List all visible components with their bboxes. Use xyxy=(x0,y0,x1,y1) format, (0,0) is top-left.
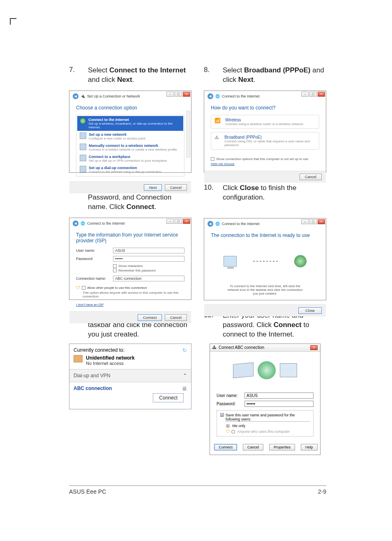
abc-connection-item[interactable]: ABC connection xyxy=(74,385,112,391)
ready-illustration xyxy=(211,245,319,278)
option-new-network[interactable]: Set up a new networkConfigure a new rout… xyxy=(77,131,183,142)
minimize-button[interactable]: – xyxy=(301,219,309,224)
chevron-up-icon[interactable]: ⌃ xyxy=(183,373,187,378)
next-button[interactable]: Next xyxy=(144,184,162,191)
globe-icon: 🌐 xyxy=(215,94,220,98)
globe-icon: 🌐 xyxy=(215,222,220,226)
maximize-button[interactable]: ▢ xyxy=(309,92,317,97)
dialog-connect-abc: 🖧 Connect ABC connection ✕ User name: AS… xyxy=(210,344,321,455)
show-characters-checkbox[interactable] xyxy=(113,264,117,268)
dialog-setup-connection: – ▢ ✕ ◄ 🔌 Set Up a Connection or Network… xyxy=(69,91,191,173)
scrollbar[interactable] xyxy=(186,111,190,158)
option-connect-internet[interactable]: Connect to the InternetSet up a wireless… xyxy=(77,116,183,131)
maximize-button[interactable]: ▢ xyxy=(309,219,317,224)
dialog-heading: Choose a connection option xyxy=(76,105,184,111)
cancel-button[interactable]: Cancel xyxy=(243,444,263,450)
help-me-choose-link[interactable]: Help me choose xyxy=(211,162,235,166)
unidentified-network-label: Unidentified network xyxy=(86,355,135,361)
option-manual-wireless[interactable]: Manually connect to a wireless networkCo… xyxy=(77,142,183,153)
globe-icon xyxy=(294,255,307,267)
connect-button[interactable]: Connect xyxy=(153,393,184,402)
option-dialup[interactable]: Set up a dial-up connectionConnect to th… xyxy=(77,164,183,175)
pc-icon xyxy=(224,256,237,267)
option-wireless[interactable]: WirelessConnect using a wireless router … xyxy=(211,115,319,129)
bench-icon xyxy=(74,355,83,362)
close-button[interactable]: ✕ xyxy=(183,219,190,224)
username-input[interactable]: ASUS xyxy=(244,392,314,399)
laptop-icon xyxy=(233,362,254,378)
maximize-button[interactable]: ▢ xyxy=(175,92,182,97)
allow-others-checkbox[interactable] xyxy=(82,286,85,290)
remember-password-checkbox[interactable] xyxy=(113,269,117,272)
save-credentials-label: Save this user name and password for the… xyxy=(226,413,310,422)
show-characters-label: Show characters xyxy=(118,264,143,268)
cancel-button[interactable]: Cancel xyxy=(165,184,187,191)
username-input[interactable]: ASUS xyxy=(113,248,184,253)
me-only-label: Me only xyxy=(233,424,246,428)
connect-button[interactable]: Connect xyxy=(138,314,162,321)
dialog-heading: Type the information from your Internet … xyxy=(76,232,184,244)
minimize-button[interactable]: – xyxy=(166,219,174,224)
dialog-heading: The connection to the Internet is ready … xyxy=(211,232,319,238)
network-icon: 🔌 xyxy=(81,94,85,98)
back-icon[interactable]: ◄ xyxy=(73,221,78,226)
minimize-button[interactable]: – xyxy=(301,92,309,97)
cancel-button[interactable]: Cancel xyxy=(300,174,322,180)
allow-others-note: This option allows anyone with access to… xyxy=(83,291,184,298)
wifi-icon xyxy=(214,118,222,123)
close-button[interactable]: Close xyxy=(298,307,322,314)
password-input[interactable]: •••••• xyxy=(113,256,184,262)
close-button[interactable]: ✕ xyxy=(318,92,325,97)
dialup-icon xyxy=(80,166,86,172)
me-only-radio[interactable] xyxy=(226,424,230,428)
help-button[interactable]: Help xyxy=(301,444,318,450)
refresh-icon[interactable]: ↻ xyxy=(182,347,187,353)
network-flyout: Currently connected to: ↻ Unidentified n… xyxy=(69,344,191,409)
cancel-button[interactable]: Cancel xyxy=(165,314,187,321)
close-button[interactable]: ✕ xyxy=(310,345,318,350)
dialog-heading: How do you want to connect? xyxy=(211,105,319,111)
connection-line-icon xyxy=(253,261,278,262)
show-options-checkbox[interactable] xyxy=(211,157,214,161)
step-10-number: 10. xyxy=(204,183,223,202)
connect-illustration xyxy=(210,352,320,389)
workplace-icon xyxy=(80,155,86,161)
anyone-radio[interactable] xyxy=(231,430,235,434)
option-list: Connect to the InternetSet up a wireless… xyxy=(76,115,184,176)
anyone-label: Anyone who uses this computer xyxy=(238,430,290,434)
dialog-ready: – ▢ ✕ ◄ 🌐 Connect to the Internet The co… xyxy=(204,218,326,300)
allow-others-label: Allow other people to use this connectio… xyxy=(87,286,147,290)
ready-note: To connect to the Internet next time, le… xyxy=(211,284,319,300)
network-icon: 🖧 xyxy=(212,345,217,350)
option-broadband-pppoe[interactable]: Broadband (PPPoE)Connect using DSL or ca… xyxy=(211,132,319,150)
connect-button[interactable]: Connect xyxy=(214,444,237,450)
back-icon[interactable]: ◄ xyxy=(208,221,213,227)
dsl-icon xyxy=(214,135,221,141)
back-icon[interactable]: ◄ xyxy=(208,93,213,99)
wireless-icon xyxy=(80,144,86,150)
save-credentials-checkbox[interactable]: ✓ xyxy=(220,413,224,417)
no-isp-link[interactable]: I don't have an ISP xyxy=(76,303,104,306)
properties-button[interactable]: Properties xyxy=(269,444,295,450)
dialog-title: Connect to the Internet xyxy=(87,221,125,225)
no-internet-label: No Internet access xyxy=(86,361,135,366)
connection-name-input[interactable]: ABC connection xyxy=(113,276,184,281)
username-label: User name: xyxy=(76,248,113,253)
option-workplace[interactable]: Connect to a workplaceSet up a dial-up o… xyxy=(77,153,183,164)
dialog-title: Connect ABC connection xyxy=(219,345,264,350)
minimize-button[interactable]: – xyxy=(166,92,174,97)
password-label: Password: xyxy=(76,257,113,261)
back-icon[interactable]: ◄ xyxy=(73,93,78,99)
step-10-text: Click Close to finish the configuration. xyxy=(223,183,326,202)
globe-icon xyxy=(80,118,86,124)
maximize-button[interactable]: ▢ xyxy=(175,219,182,224)
page-footer: ASUS Eee PC 2-9 xyxy=(69,485,326,495)
globe-icon xyxy=(258,361,276,379)
modem-icon: 🖥 xyxy=(182,385,187,392)
password-input[interactable]: •••••• xyxy=(244,401,314,407)
currently-connected-label: Currently connected to: xyxy=(74,347,125,353)
close-button[interactable]: ✕ xyxy=(318,219,325,224)
show-options-label: Show connection options that this comput… xyxy=(216,157,308,161)
close-button[interactable]: ✕ xyxy=(183,92,190,97)
username-label: User name: xyxy=(217,393,244,398)
